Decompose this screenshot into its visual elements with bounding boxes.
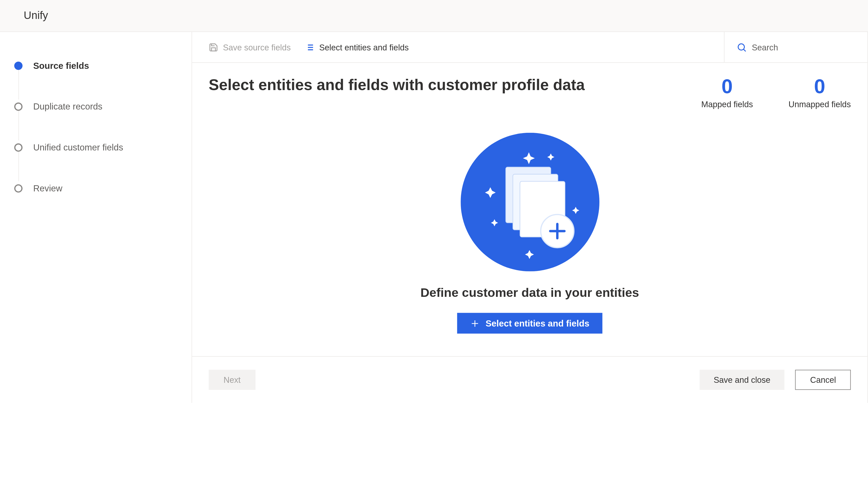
toolbar: Save source fields Select entities and f… xyxy=(192,32,867,63)
main-content: Save source fields Select entities and f… xyxy=(192,32,867,403)
step-source-fields[interactable]: Source fields xyxy=(14,60,191,70)
next-button: Next xyxy=(209,370,255,390)
steps-sidebar: Source fields Duplicate records Unified … xyxy=(0,32,192,403)
step-indicator-icon xyxy=(14,102,23,110)
footer-actions: Next Save and close Cancel xyxy=(192,356,867,403)
app-title: Unify xyxy=(24,9,868,22)
search-container[interactable] xyxy=(724,32,856,62)
stat-label: Unmapped fields xyxy=(788,99,851,109)
plus-icon xyxy=(470,319,479,328)
list-icon xyxy=(305,42,314,52)
step-label: Review xyxy=(33,183,62,193)
cancel-button[interactable]: Cancel xyxy=(795,370,851,390)
svg-line-7 xyxy=(744,49,746,51)
step-review[interactable]: Review xyxy=(14,183,191,193)
save-icon xyxy=(209,42,218,52)
stat-value: 0 xyxy=(788,76,851,96)
toolbar-label: Save source fields xyxy=(223,42,291,52)
step-label: Duplicate records xyxy=(33,101,102,111)
step-indicator-icon xyxy=(14,184,23,192)
step-unified-customer-fields[interactable]: Unified customer fields xyxy=(14,142,191,152)
documents-sparkle-icon xyxy=(460,133,599,272)
save-source-fields-button: Save source fields xyxy=(209,42,290,52)
step-indicator-icon xyxy=(14,61,23,70)
unmapped-fields-stat: 0 Unmapped fields xyxy=(788,76,851,109)
app-header: Unify xyxy=(0,0,868,32)
toolbar-label: Select entities and fields xyxy=(319,42,409,52)
step-label: Unified customer fields xyxy=(33,142,123,152)
button-label: Select entities and fields xyxy=(486,318,589,328)
search-icon xyxy=(736,42,747,53)
stat-value: 0 xyxy=(701,76,753,96)
mapped-fields-stat: 0 Mapped fields xyxy=(701,76,753,109)
page-heading: Select entities and fields with customer… xyxy=(209,76,585,94)
empty-state-heading: Define customer data in your entities xyxy=(421,286,639,300)
step-label: Source fields xyxy=(33,60,89,70)
svg-point-6 xyxy=(738,43,744,50)
step-indicator-icon xyxy=(14,143,23,151)
empty-state: Define customer data in your entities Se… xyxy=(192,109,867,356)
select-entities-toolbar-button[interactable]: Select entities and fields xyxy=(305,42,409,52)
field-stats: 0 Mapped fields 0 Unmapped fields xyxy=(701,76,851,109)
save-and-close-button[interactable]: Save and close xyxy=(700,370,785,390)
step-duplicate-records[interactable]: Duplicate records xyxy=(14,101,191,111)
select-entities-cta-button[interactable]: Select entities and fields xyxy=(457,313,602,334)
search-input[interactable] xyxy=(752,42,856,52)
stat-label: Mapped fields xyxy=(701,99,753,109)
